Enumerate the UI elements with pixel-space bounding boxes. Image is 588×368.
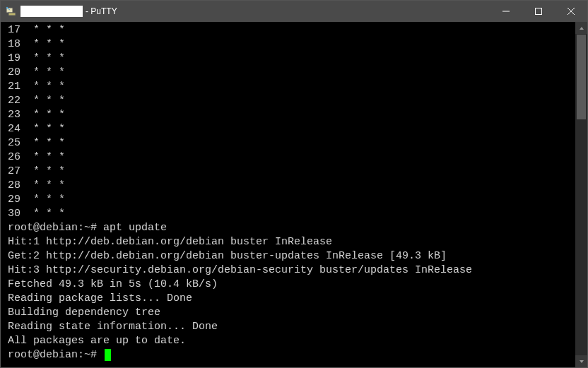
terminal-line: 23 * * * [8,108,575,122]
scroll-down-button[interactable] [575,355,587,367]
terminal-line: 25 * * * [8,136,575,150]
terminal-line: 19 * * * [8,52,575,66]
terminal-line: 20 * * * [8,66,575,80]
scroll-thumb[interactable] [577,35,586,119]
close-button[interactable] [555,1,587,22]
terminal-line: Reading state information... Done [8,320,575,334]
terminal-line: 22 * * * [8,94,575,108]
prompt-text: root@debian:~# [8,349,103,361]
terminal-line: Get:2 http://deb.debian.org/debian buste… [8,249,575,263]
putty-window: - PuTTY 17 * * *18 * * *19 * * *20 * * *… [0,0,588,368]
terminal-line: 21 * * * [8,80,575,94]
maximize-button[interactable] [522,1,555,22]
terminal-line: Hit:3 http://security.debian.org/debian-… [8,263,575,278]
titlebar[interactable]: - PuTTY [1,1,587,22]
svg-rect-1 [8,13,16,16]
terminal-line: 26 * * * [8,150,575,165]
cursor [105,349,111,361]
terminal-line: Fetched 49.3 kB in 5s (10.4 kB/s) [8,278,575,292]
terminal-line: 28 * * * [8,179,575,193]
terminal-line: Building dependency tree [8,306,575,320]
minimize-button[interactable] [490,1,522,22]
scroll-up-button[interactable] [575,22,587,34]
terminal-line: All packages are up to date. [8,334,575,348]
terminal-line: Reading package lists... Done [8,292,575,306]
terminal-line: Hit:1 http://deb.debian.org/debian buste… [8,235,575,249]
svg-rect-5 [536,8,542,15]
host-label [20,6,83,17]
terminal-area: 17 * * *18 * * *19 * * *20 * * *21 * * *… [1,22,587,367]
terminal[interactable]: 17 * * *18 * * *19 * * *20 * * *21 * * *… [1,22,575,367]
terminal-line: 29 * * * [8,193,575,207]
terminal-line: 17 * * * [8,23,575,37]
title-suffix: - PuTTY [86,6,117,16]
terminal-prompt: root@debian:~# [8,348,575,362]
scrollbar[interactable] [575,22,587,367]
svg-marker-9 [580,360,584,363]
svg-marker-8 [580,27,584,30]
terminal-line: 18 * * * [8,37,575,52]
terminal-line: root@debian:~# apt update [8,221,575,235]
terminal-line: 27 * * * [8,165,575,179]
svg-point-2 [6,7,8,8]
putty-icon [5,6,16,17]
terminal-line: 30 * * * [8,207,575,221]
window-controls [490,1,587,22]
terminal-line: 24 * * * [8,122,575,136]
